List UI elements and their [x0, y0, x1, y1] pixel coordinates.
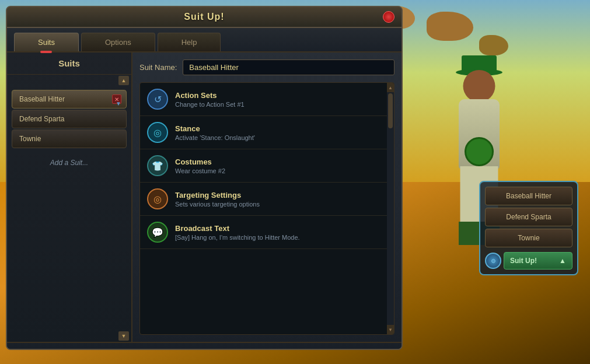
char-body [459, 99, 500, 169]
action-list: ↺ Action Sets Change to Action Set #1 ◎ [139, 82, 395, 335]
list-scroll-down-button[interactable]: ▼ [387, 325, 394, 334]
targeting-settings-subtitle: Sets various targeting options [175, 201, 387, 208]
suit-up-chevron-icon: ▲ [559, 257, 566, 265]
list-scroll-track [388, 93, 393, 324]
broadcast-text-subtitle: [Say] Hang on, I'm switching to Hitter M… [175, 234, 387, 241]
targeting-settings-icon: ◎ [147, 188, 168, 209]
sidebar-item-townie[interactable]: Townie [12, 130, 127, 148]
suit-label-defend-sparta: Defend Sparta [19, 115, 64, 123]
suit-up-icon: ⚙ [485, 253, 501, 269]
stance-text: Stance Activate 'Stance: Onslaught' [175, 124, 387, 141]
char-head [463, 70, 495, 102]
suit-name-input[interactable] [183, 60, 395, 75]
targeting-settings-title: Targeting Settings [175, 191, 387, 200]
costumes-icon: 👕 [147, 155, 168, 176]
window-close-button[interactable] [383, 11, 395, 23]
broadcast-text-icon: 💬 [147, 222, 168, 243]
bottom-bar: Close [7, 342, 402, 350]
sidebar-title: Suits [7, 52, 131, 75]
tab-options[interactable]: Options [81, 33, 155, 51]
mini-suit-baseball-hitter[interactable]: Baseball Hitter [485, 187, 572, 205]
sidebar-scroll: ▲ Baseball Hitter ✕ ▼ Defend Sparta Town… [7, 75, 131, 342]
broadcast-text-text: Broadcast Text [Say] Hang on, I'm switch… [175, 224, 387, 241]
main-panel: Suit Name: ↺ Action Sets Change to Actio… [132, 52, 402, 342]
targeting-icon-symbol: ◎ [153, 194, 162, 205]
action-item-stance[interactable]: ◎ Stance Activate 'Stance: Onslaught' [140, 116, 394, 149]
action-sets-icon: ↺ [147, 89, 168, 110]
action-sets-icon-symbol: ↺ [154, 94, 162, 105]
action-sets-subtitle: Change to Action Set #1 [175, 101, 387, 108]
mini-suit-townie[interactable]: Townie [485, 229, 572, 247]
targeting-settings-text: Targeting Settings Sets various targetin… [175, 191, 387, 208]
tab-help[interactable]: Help [158, 33, 221, 51]
sidebar: Suits ▲ Baseball Hitter ✕ ▼ Defend Spart… [7, 52, 132, 342]
sidebar-item-baseball-hitter[interactable]: Baseball Hitter ✕ ▼ [12, 90, 127, 108]
suit-name-label: Suit Name: [139, 63, 177, 72]
suit-up-bar: ⚙ Suit Up! ▲ [485, 252, 572, 270]
suit-up-button[interactable]: Suit Up! ▲ [504, 252, 572, 270]
stance-title: Stance [175, 124, 387, 133]
action-sets-title: Action Sets [175, 91, 387, 100]
action-list-inner: ↺ Action Sets Change to Action Set #1 ◎ [140, 83, 394, 334]
broadcast-text-title: Broadcast Text [175, 224, 387, 233]
suit-label-townie: Townie [19, 135, 41, 143]
costumes-title: Costumes [175, 158, 387, 166]
costumes-text: Costumes Wear costume #2 [175, 158, 387, 174]
window-title: Suit Up! [184, 12, 224, 22]
action-item-costumes[interactable]: 👕 Costumes Wear costume #2 [140, 149, 394, 183]
stance-icon: ◎ [147, 122, 168, 143]
stance-icon-symbol: ◎ [153, 127, 162, 138]
action-item-action-sets[interactable]: ↺ Action Sets Change to Action Set #1 [140, 83, 394, 116]
tab-bar: Suits Options Help [7, 28, 402, 52]
sidebar-scroll-up-button[interactable]: ▲ [118, 76, 129, 85]
list-scroll-thumb [388, 93, 393, 128]
title-bar: Suit Up! [7, 7, 402, 28]
action-item-broadcast-text[interactable]: 💬 Broadcast Text [Say] Hang on, I'm swit… [140, 216, 394, 249]
mini-suits-panel: Baseball Hitter Defend Sparta Townie ⚙ S… [479, 181, 578, 275]
sidebar-scroll-down-button[interactable]: ▼ [118, 331, 129, 341]
list-scroll-up-button[interactable]: ▲ [387, 83, 394, 92]
main-window: Suit Up! Suits Options Help Suits ▲ Base… [6, 6, 403, 350]
suit-label-baseball-hitter: Baseball Hitter [19, 95, 65, 103]
mini-suit-defend-sparta[interactable]: Defend Sparta [485, 208, 572, 226]
char-mask [465, 137, 494, 166]
costumes-subtitle: Wear costume #2 [175, 167, 387, 174]
broadcast-icon-symbol: 💬 [152, 227, 163, 238]
close-button[interactable]: Close [158, 349, 250, 350]
suit-name-row: Suit Name: [139, 60, 395, 75]
add-suit-button[interactable]: Add a Suit... [9, 152, 129, 174]
costumes-icon-symbol: 👕 [152, 160, 163, 172]
tab-suits[interactable]: Suits [14, 33, 79, 51]
list-scrollbar: ▲ ▼ [387, 83, 394, 334]
action-item-targeting-settings[interactable]: ◎ Targeting Settings Sets various target… [140, 183, 394, 216]
action-sets-text: Action Sets Change to Action Set #1 [175, 91, 387, 108]
expand-arrow-icon: ▼ [116, 100, 121, 107]
stance-subtitle: Activate 'Stance: Onslaught' [175, 134, 387, 141]
sidebar-item-defend-sparta[interactable]: Defend Sparta [12, 110, 127, 128]
content-area: Suits ▲ Baseball Hitter ✕ ▼ Defend Spart… [7, 52, 402, 342]
suit-up-icon-symbol: ⚙ [491, 258, 496, 264]
